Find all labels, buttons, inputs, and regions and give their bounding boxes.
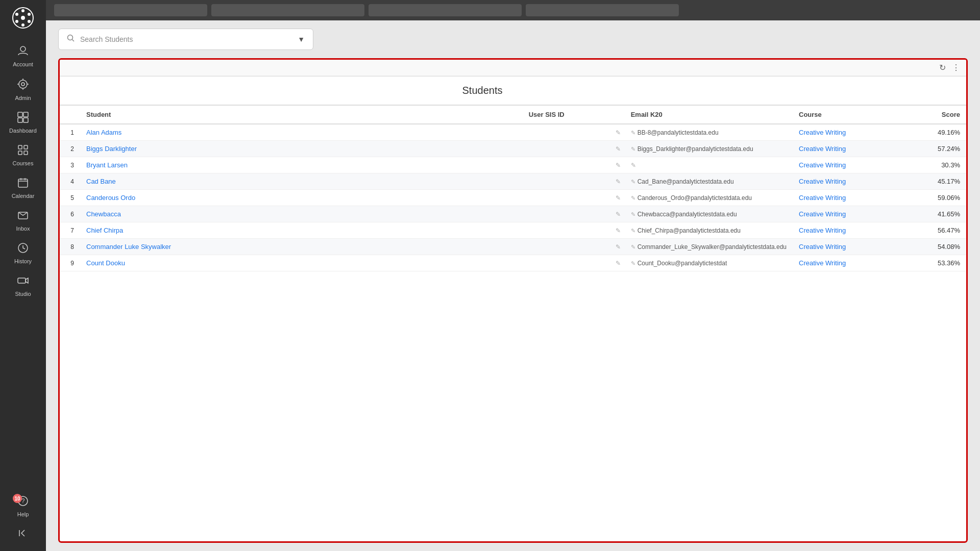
- row-number: 6: [60, 206, 80, 222]
- student-name-link[interactable]: Chief Chirpa: [86, 227, 123, 234]
- table-row: 2 Biggs Darklighter ✎ ✎Biggs_Darklighter…: [60, 141, 966, 157]
- course-link[interactable]: Creative Writing: [799, 243, 846, 251]
- students-table: Students Student User SIS ID Email K20 C…: [60, 76, 966, 271]
- sidebar-item-studio[interactable]: Studio: [0, 269, 46, 302]
- student-name-link[interactable]: Bryant Larsen: [86, 161, 128, 169]
- svg-point-2: [21, 9, 24, 12]
- row-number: 9: [60, 255, 80, 271]
- sidebar-item-admin[interactable]: Admin: [0, 72, 46, 106]
- sis-id-cell[interactable]: ✎: [523, 255, 625, 271]
- more-options-icon[interactable]: ⋮: [952, 63, 960, 72]
- sis-id-cell[interactable]: ✎: [523, 124, 625, 141]
- course-link[interactable]: Creative Writing: [799, 161, 846, 169]
- course-cell: Creative Writing: [793, 141, 905, 157]
- sis-id-cell[interactable]: ✎: [523, 141, 625, 157]
- sidebar-item-calendar[interactable]: Calendar: [0, 171, 46, 204]
- students-table-container: ↻ ⋮ Students Student User SIS: [58, 58, 968, 543]
- top-tab-1[interactable]: [54, 4, 207, 16]
- score-cell: 59.06%: [905, 190, 966, 206]
- student-name-link[interactable]: Canderous Ordo: [86, 194, 135, 202]
- courses-icon: [17, 144, 29, 158]
- student-name-cell: Bryant Larsen: [80, 157, 523, 173]
- account-label: Account: [13, 61, 33, 67]
- top-tab-2[interactable]: [211, 4, 364, 16]
- sis-id-cell[interactable]: ✎: [523, 157, 625, 173]
- sis-id-cell[interactable]: ✎: [523, 239, 625, 255]
- sis-edit-icon: ✎: [616, 129, 621, 136]
- course-link[interactable]: Creative Writing: [799, 227, 846, 234]
- svg-point-4: [28, 20, 31, 23]
- sis-id-cell[interactable]: ✎: [523, 173, 625, 190]
- row-number: 7: [60, 222, 80, 239]
- refresh-icon[interactable]: ↻: [939, 63, 946, 72]
- sidebar-item-help[interactable]: ? 10 Help: [0, 490, 46, 522]
- sis-id-cell[interactable]: ✎: [523, 206, 625, 222]
- sis-edit-icon: ✎: [616, 194, 621, 202]
- svg-rect-29: [18, 278, 26, 283]
- svg-point-6: [15, 20, 18, 23]
- sidebar-item-account[interactable]: Account: [0, 39, 46, 72]
- student-name-link[interactable]: Cad Bane: [86, 178, 116, 185]
- course-cell: Creative Writing: [793, 239, 905, 255]
- sidebar-item-history[interactable]: History: [0, 237, 46, 269]
- sidebar-item-dashboard[interactable]: Dashboard: [0, 106, 46, 139]
- search-chevron-icon: ▼: [298, 35, 305, 43]
- svg-point-10: [21, 83, 24, 86]
- sis-edit-icon: ✎: [616, 227, 621, 234]
- table-body: 1 Alan Adams ✎ ✎BB-8@pandalytictestdata.…: [60, 124, 966, 271]
- sis-edit-icon: ✎: [616, 243, 621, 251]
- main-content: Search Students ▼ ↻ ⋮ Students: [46, 0, 980, 551]
- sis-id-cell[interactable]: ✎: [523, 222, 625, 239]
- svg-rect-23: [18, 179, 28, 187]
- svg-point-8: [20, 46, 26, 52]
- course-link[interactable]: Creative Writing: [799, 194, 846, 202]
- col-num: [60, 105, 80, 124]
- student-search-bar[interactable]: Search Students ▼: [58, 29, 313, 50]
- sidebar: Account Admin Dashboard: [0, 0, 46, 551]
- course-link[interactable]: Creative Writing: [799, 145, 846, 153]
- sidebar-item-inbox[interactable]: Inbox: [0, 204, 46, 237]
- svg-point-34: [68, 35, 73, 40]
- student-name-link[interactable]: Biggs Darklighter: [86, 145, 137, 153]
- sis-edit-icon: ✎: [616, 162, 621, 169]
- svg-rect-22: [24, 151, 28, 155]
- table-scroll-area[interactable]: Students Student User SIS ID Email K20 C…: [60, 76, 966, 541]
- student-name-cell: Biggs Darklighter: [80, 141, 523, 157]
- course-link[interactable]: Creative Writing: [799, 259, 846, 267]
- app-logo[interactable]: [10, 5, 36, 31]
- sis-id-cell[interactable]: ✎: [523, 190, 625, 206]
- course-link[interactable]: Creative Writing: [799, 178, 846, 185]
- sidebar-item-courses[interactable]: Courses: [0, 139, 46, 171]
- sis-edit-icon: ✎: [616, 211, 621, 218]
- student-name-link[interactable]: Chewbacca: [86, 210, 121, 218]
- student-name-cell: Alan Adams: [80, 124, 523, 141]
- table-row: 8 Commander Luke Skywalker ✎ ✎Commander_…: [60, 239, 966, 255]
- course-cell: Creative Writing: [793, 255, 905, 271]
- table-row: 5 Canderous Ordo ✎ ✎Canderous_Ordo@panda…: [60, 190, 966, 206]
- help-badge: 10: [13, 494, 22, 503]
- table-row: 3 Bryant Larsen ✎ ✎ Creative Writing 30.…: [60, 157, 966, 173]
- sidebar-item-collapse[interactable]: [0, 522, 46, 546]
- history-label: History: [14, 258, 32, 264]
- student-name-link[interactable]: Count Dooku: [86, 259, 125, 267]
- svg-point-1: [21, 16, 25, 20]
- table-toolbar: ↻ ⋮: [60, 60, 966, 76]
- admin-icon: [16, 78, 30, 93]
- studio-icon: [17, 274, 29, 289]
- student-name-link[interactable]: Alan Adams: [86, 129, 121, 136]
- student-name-link[interactable]: Commander Luke Skywalker: [86, 243, 171, 251]
- svg-point-3: [28, 13, 31, 16]
- course-link[interactable]: Creative Writing: [799, 210, 846, 218]
- course-link[interactable]: Creative Writing: [799, 129, 846, 136]
- email-cell: ✎Chief_Chirpa@pandalytictestdata.edu: [625, 222, 793, 239]
- admin-label: Admin: [15, 95, 31, 101]
- svg-rect-21: [18, 151, 22, 155]
- email-icon: ✎: [631, 179, 635, 185]
- top-tab-3[interactable]: [369, 4, 522, 16]
- course-cell: Creative Writing: [793, 124, 905, 141]
- student-name-cell: Commander Luke Skywalker: [80, 239, 523, 255]
- top-tab-4[interactable]: [526, 4, 679, 16]
- course-cell: Creative Writing: [793, 157, 905, 173]
- email-icon: ✎: [631, 130, 635, 136]
- studio-label: Studio: [15, 291, 31, 297]
